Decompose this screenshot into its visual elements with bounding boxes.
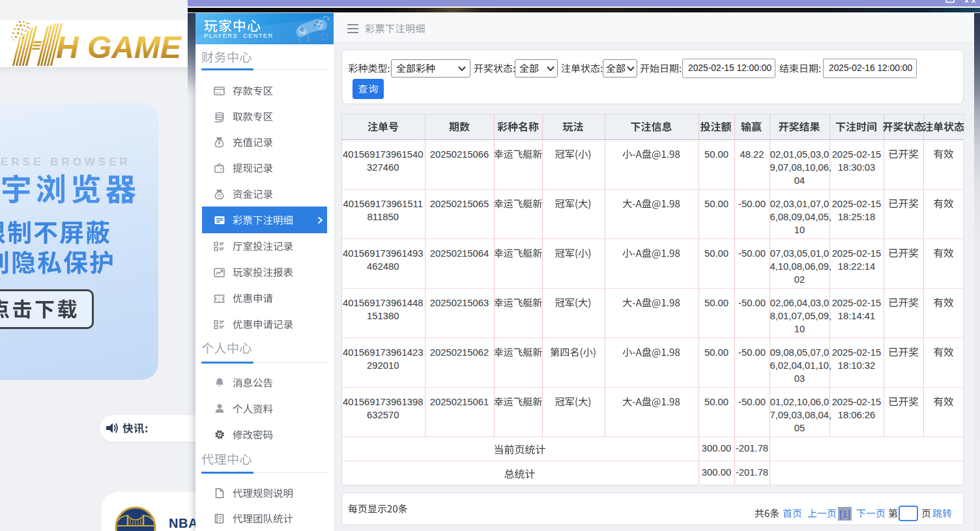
svg-text:H GAME: H GAME [56,30,182,65]
